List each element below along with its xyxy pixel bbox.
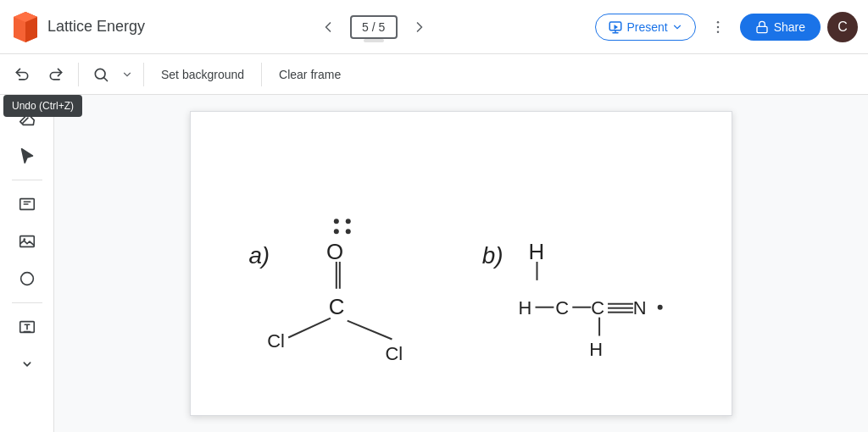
toolbar-divider-1	[78, 63, 79, 86]
svg-point-3	[716, 25, 719, 28]
toolbar-divider-3	[261, 63, 262, 86]
svg-text:a): a)	[248, 242, 270, 269]
more-tools-button[interactable]	[10, 347, 44, 381]
slide-canvas[interactable]: a) O C Cl Cl b)	[190, 111, 732, 416]
text-box-tool-button[interactable]	[10, 187, 44, 221]
sidebar-divider-2	[12, 302, 42, 303]
main-area: a) O C Cl Cl b)	[0, 95, 868, 432]
svg-text:Cl: Cl	[267, 330, 285, 352]
svg-line-24	[348, 321, 392, 340]
zoom-button[interactable]	[86, 59, 116, 90]
present-button[interactable]: Present	[595, 14, 695, 41]
svg-point-2	[716, 20, 719, 23]
svg-point-15	[334, 229, 339, 234]
left-sidebar	[0, 95, 54, 432]
eraser-tool-button[interactable]	[10, 102, 44, 136]
svg-text:C: C	[555, 297, 569, 318]
select-tool-button[interactable]	[10, 139, 44, 173]
svg-marker-1	[615, 25, 619, 30]
svg-text:Cl: Cl	[386, 343, 403, 364]
svg-point-14	[346, 219, 351, 224]
slide-counter-bar	[364, 39, 384, 42]
svg-text:H: H	[519, 297, 532, 318]
more-options-button[interactable]	[703, 12, 733, 42]
svg-point-4	[716, 30, 719, 33]
svg-text:N: N	[633, 297, 647, 318]
svg-text:C: C	[329, 295, 345, 318]
zoom-dropdown-button[interactable]	[118, 59, 136, 90]
chemistry-drawing: a) O C Cl Cl b)	[191, 112, 732, 415]
svg-text:H: H	[589, 339, 603, 360]
svg-point-13	[334, 219, 339, 224]
avatar[interactable]: C	[827, 12, 858, 42]
next-slide-button[interactable]	[404, 12, 435, 42]
svg-point-37	[658, 305, 663, 310]
undo-button[interactable]	[7, 59, 37, 90]
clear-frame-button[interactable]: Clear frame	[269, 63, 351, 86]
shape-tool-button[interactable]	[10, 262, 44, 296]
toolbar-divider-2	[143, 63, 144, 86]
svg-line-22	[288, 318, 331, 338]
zoom-group	[86, 59, 136, 90]
slide-counter: 5 / 5	[350, 15, 398, 39]
toolbar: Set background Clear frame Undo (Ctrl+Z)	[0, 54, 868, 95]
svg-point-10	[20, 273, 33, 285]
text-tool-button[interactable]	[10, 310, 44, 344]
app-title: Lattice Energy	[47, 18, 145, 36]
canvas-area[interactable]: a) O C Cl Cl b)	[54, 95, 868, 432]
svg-text:b): b)	[482, 242, 504, 269]
redo-button[interactable]	[41, 59, 71, 90]
sidebar-divider-1	[12, 180, 42, 180]
app-logo[interactable]	[10, 12, 41, 42]
prev-slide-button[interactable]	[313, 12, 343, 42]
svg-text:C: C	[591, 297, 604, 318]
share-button[interactable]: Share	[740, 14, 821, 41]
topbar: Lattice Energy 5 / 5 Present Share C	[0, 0, 868, 54]
set-background-button[interactable]: Set background	[151, 63, 254, 86]
svg-text:O: O	[326, 240, 343, 263]
svg-rect-5	[757, 26, 767, 32]
image-tool-button[interactable]	[10, 224, 44, 258]
svg-point-16	[346, 229, 351, 234]
svg-text:H: H	[529, 240, 545, 263]
